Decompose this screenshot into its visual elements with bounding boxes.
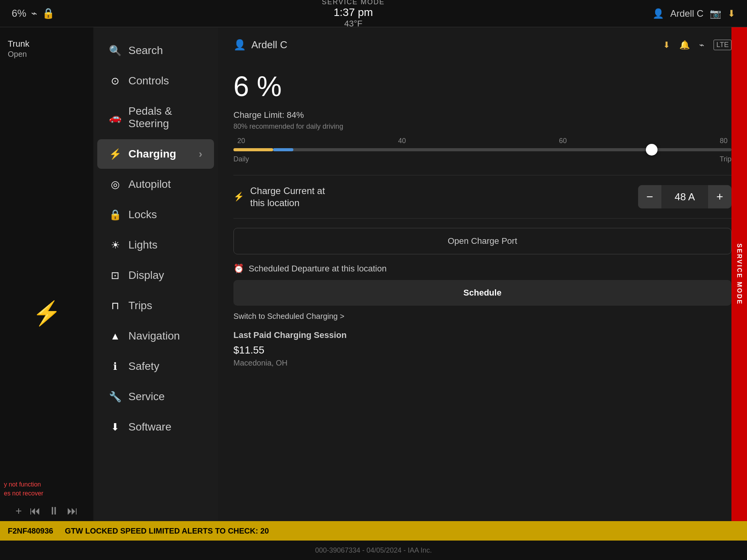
charge-current-label-text: Charge Current at this location: [250, 185, 325, 209]
sidebar-item-label-trips: Trips: [128, 299, 152, 312]
slider-track[interactable]: [233, 148, 731, 151]
scheduled-title-text: Scheduled Departure at this location: [249, 264, 387, 274]
battery-percent-status: 6%: [12, 7, 26, 19]
slider-mark-60: 60: [559, 137, 567, 145]
alert-text: GTW LOCKED SPEED LIMITED ALERTS TO CHECK…: [65, 527, 269, 536]
schedule-button[interactable]: Schedule: [233, 280, 731, 306]
sidebar-item-pedals[interactable]: 🚗 Pedals & Steering: [97, 96, 214, 138]
user-name-status: Ardell C: [670, 8, 703, 19]
warning-line2: es not recover: [4, 489, 43, 498]
bluetooth-icon: ⌁: [31, 7, 37, 19]
sidebar-item-search[interactable]: 🔍 Search: [97, 36, 214, 65]
battery-percentage: 6 %: [233, 70, 731, 102]
profile-bell-icon[interactable]: 🔔: [679, 40, 690, 50]
sidebar-item-navigation[interactable]: ▲ Navigation: [97, 321, 214, 351]
slider-mark-80: 80: [720, 137, 728, 145]
temperature: 43°F: [344, 19, 363, 29]
charging-icon: ⚡: [109, 148, 121, 160]
profile-left: 👤 Ardell C: [233, 39, 287, 51]
profile-header: 👤 Ardell C ⬇ 🔔 ⌁ LTE: [233, 39, 731, 59]
charge-current-icon: ⚡: [233, 192, 244, 202]
slider-fill-blue: [273, 148, 293, 151]
warning-line1: y not function: [4, 480, 43, 489]
lights-icon: ☀: [109, 239, 121, 251]
sidebar-item-trips[interactable]: ⊓ Trips: [97, 291, 214, 320]
slider-thumb[interactable]: [646, 144, 658, 156]
trunk-label: Trunk Open: [8, 39, 29, 59]
sidebar-item-label-safety: Safety: [128, 360, 159, 373]
charge-increment-button[interactable]: +: [708, 185, 731, 208]
status-center: SERVICE MODE 1:37 pm 43°F: [322, 0, 385, 29]
scheduled-section: ⏰ Scheduled Departure at this location S…: [233, 264, 731, 321]
media-prev-button[interactable]: ⏮: [30, 504, 40, 517]
sidebar-item-label-locks: Locks: [128, 208, 157, 221]
sidebar-item-autopilot[interactable]: ◎ Autopilot: [97, 170, 214, 199]
sidebar-item-label-charging: Charging: [128, 148, 176, 160]
sidebar-item-service[interactable]: 🔧 Service: [97, 382, 214, 411]
sidebar-item-label-controls: Controls: [128, 75, 169, 87]
locks-icon: 🔒: [109, 209, 121, 221]
charge-decrement-button[interactable]: −: [638, 185, 661, 208]
sidebar-item-display[interactable]: ⊡ Display: [97, 261, 214, 290]
media-add-button[interactable]: +: [16, 505, 22, 517]
slider-buttons: Daily Trip: [233, 155, 731, 163]
trunk-status: Open: [8, 50, 27, 58]
media-controls: + ⏮ ⏸ ⏭: [0, 504, 93, 517]
sidebar-item-charging[interactable]: ⚡ Charging ›: [97, 139, 214, 169]
profile-name: Ardell C: [251, 39, 287, 51]
sidebar-item-label-pedals: Pedals & Steering: [128, 105, 202, 130]
download-icon-status: ⬇: [728, 8, 735, 19]
alert-vin: F2NF480936: [8, 527, 53, 536]
pedals-icon: 🚗: [109, 112, 121, 124]
status-bar: 6% ⌁ 🔒 SERVICE MODE 1:37 pm 43°F 👤 Ardel…: [0, 0, 747, 27]
sidebar-item-locks[interactable]: 🔒 Locks: [97, 200, 214, 229]
sidebar-item-label-autopilot: Autopilot: [128, 178, 171, 191]
charge-current-value: 48 A: [661, 191, 708, 203]
charging-arrow: ›: [199, 148, 202, 160]
lte-badge: LTE: [714, 40, 731, 50]
media-next-button[interactable]: ⏭: [67, 504, 78, 517]
navigation-icon: ▲: [109, 330, 121, 342]
media-pause-button[interactable]: ⏸: [48, 504, 59, 517]
last-paid-section: Last Paid Charging Session $11.55 Macedo…: [233, 330, 731, 368]
sidebar-item-label-lights: Lights: [128, 239, 158, 251]
software-icon: ⬇: [109, 421, 121, 433]
profile-bluetooth-icon[interactable]: ⌁: [699, 40, 704, 50]
open-charge-port-button[interactable]: Open Charge Port: [233, 228, 731, 254]
charge-slider-container[interactable]: 20 40 60 80 Daily Trip: [233, 137, 731, 163]
service-icon: 🔧: [109, 391, 121, 403]
service-mode-label: SERVICE MODE: [322, 0, 385, 6]
trip-label[interactable]: Trip: [720, 155, 731, 163]
trips-icon: ⊓: [109, 300, 121, 312]
sidebar-item-label-service: Service: [128, 390, 165, 403]
camera-icon: 📷: [710, 8, 721, 19]
profile-download-icon[interactable]: ⬇: [663, 40, 670, 50]
last-paid-location: Macedonia, OH: [233, 359, 731, 368]
switch-charging-link[interactable]: Switch to Scheduled Charging >: [233, 312, 731, 321]
sidebar-item-label-software: Software: [128, 421, 172, 433]
warning-text: y not function es not recover: [4, 480, 43, 498]
profile-icons: ⬇ 🔔 ⌁ LTE: [663, 40, 731, 50]
charge-current-section: ⚡ Charge Current at this location − 48 A…: [233, 175, 731, 219]
sidebar-item-label-navigation: Navigation: [128, 330, 180, 342]
controls-icon: ⊙: [109, 75, 121, 87]
profile-user-icon: 👤: [233, 39, 246, 51]
alert-bar: F2NF480936 GTW LOCKED SPEED LIMITED ALER…: [0, 521, 747, 541]
slider-labels: 20 40 60 80: [233, 137, 731, 145]
sidebar-item-software[interactable]: ⬇ Software: [97, 412, 214, 442]
bolt-icon: ⚡: [32, 299, 61, 327]
sidebar-item-label-search: Search: [128, 44, 163, 57]
nav-menu: 🔍 Search ⊙ Controls 🚗 Pedals & Steering …: [93, 27, 218, 521]
slider-fill-yellow: [233, 148, 273, 151]
status-right: 👤 Ardell C 📷 ⬇: [652, 8, 735, 19]
bottom-info: 000-39067334 - 04/05/2024 - IAA Inc.: [0, 541, 747, 560]
main-content: 👤 Ardell C ⬇ 🔔 ⌁ LTE 6 % Charge Limit: 8…: [218, 27, 747, 521]
charge-current-control: − 48 A +: [638, 185, 731, 208]
daily-label[interactable]: Daily: [233, 155, 249, 163]
sidebar-item-lights[interactable]: ☀ Lights: [97, 230, 214, 260]
status-left: 6% ⌁ 🔒: [12, 7, 54, 19]
charge-current-label: ⚡ Charge Current at this location: [233, 185, 325, 209]
sidebar-item-safety[interactable]: ℹ Safety: [97, 352, 214, 381]
car-area: Trunk Open ⚡: [0, 27, 93, 521]
sidebar-item-controls[interactable]: ⊙ Controls: [97, 66, 214, 96]
